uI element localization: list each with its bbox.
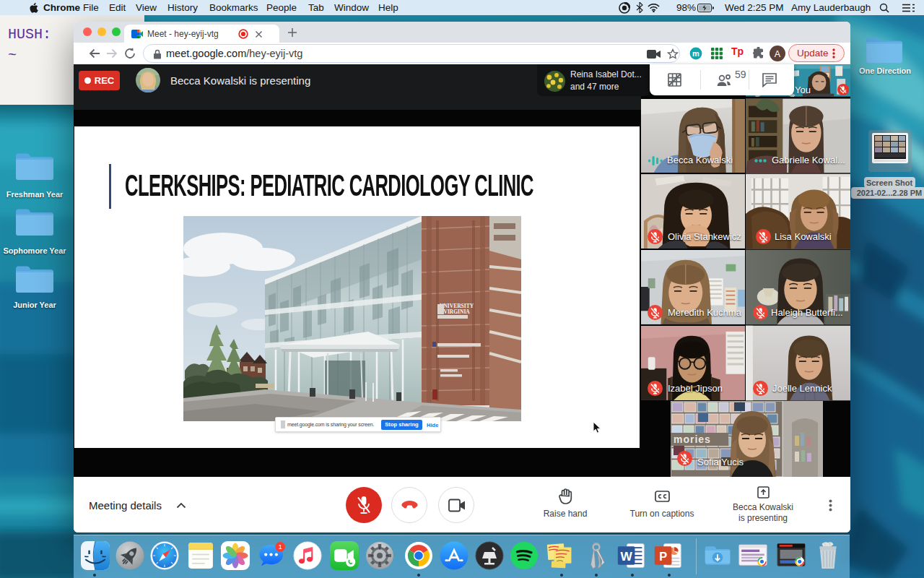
svg-text:A: A [775,49,781,59]
svg-text:mories: mories [674,434,711,445]
svg-text:P: P [659,550,667,563]
svg-text:·VIRGINIA: ·VIRGINIA [442,309,470,315]
svg-text:m: m [692,49,699,58]
svg-text:1: 1 [278,543,282,551]
svg-text:W: W [620,549,632,564]
